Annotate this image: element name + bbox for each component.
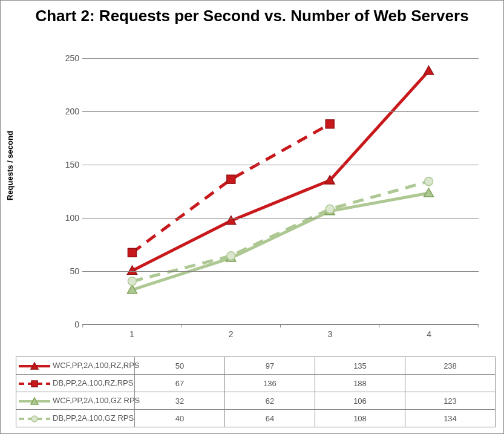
series-name: DB,PP,2A,100,GZ RPS [53, 413, 134, 422]
table-row: DB,PP,2A,100,GZ RPS4064108134 [16, 410, 496, 427]
table-cell: 106 [315, 392, 405, 410]
table-cell: 40 [135, 410, 225, 427]
svg-point-12 [31, 416, 38, 422]
y-axis-label: Requests / second [5, 131, 15, 200]
table-cell: 67 [135, 375, 225, 392]
series-marker [128, 277, 136, 286]
series-line [132, 124, 330, 252]
table-cell: 62 [225, 392, 315, 410]
data-table: WCF,PP,2A,100,RZ,RPS5097135238DB,PP,2A,1… [16, 357, 496, 427]
legend-swatch-icon [19, 415, 50, 423]
series-marker [424, 66, 434, 74]
legend-swatch-icon [19, 362, 50, 370]
y-tick-label: 250 [58, 53, 79, 63]
plot-svg [82, 58, 479, 324]
gridline [82, 111, 479, 112]
gridline [82, 271, 479, 272]
series-name: DB,PP,2A,100,RZ,RPS [53, 378, 133, 387]
series-marker [326, 120, 334, 128]
y-tick-label: 0 [58, 320, 79, 329]
plot-wrap: 0501001502002501234 [37, 58, 485, 343]
series-marker [227, 175, 235, 183]
table-cell: 134 [405, 410, 496, 427]
table-cell: 238 [405, 357, 496, 375]
table-cell: 123 [405, 392, 496, 410]
plot-area: 0501001502002501234 [82, 58, 479, 324]
y-tick-label: 50 [58, 266, 79, 276]
x-tick-label: 1 [129, 329, 134, 339]
legend-cell: WCF,PP,2A,100,RZ,RPS [16, 357, 135, 375]
svg-rect-8 [31, 381, 38, 387]
table-cell: 32 [135, 392, 225, 410]
gridline [82, 218, 479, 219]
table-cell: 50 [135, 357, 225, 375]
chart-title: Chart 2: Requests per Second vs. Number … [1, 1, 503, 28]
series-line [132, 71, 428, 271]
table-cell: 135 [315, 357, 405, 375]
legend-swatch-icon [19, 380, 50, 388]
series-line [132, 193, 428, 290]
table-cell: 97 [225, 357, 315, 375]
table-row: DB,PP,2A,100,RZ,RPS67136188 [16, 375, 496, 392]
gridline [82, 324, 479, 325]
legend-swatch-icon [19, 397, 50, 406]
series-name: WCF,PP,2A,100,RZ,RPS [53, 361, 140, 370]
x-tick-label: 2 [229, 329, 234, 339]
gridline [82, 58, 479, 59]
series-marker [326, 205, 334, 213]
legend-cell: WCF,PP,2A,100,GZ RPS [16, 392, 135, 410]
y-tick-label: 200 [58, 107, 79, 116]
table-cell [405, 375, 496, 392]
x-tick-label: 3 [327, 329, 332, 339]
table-row: WCF,PP,2A,100,RZ,RPS5097135238 [16, 357, 496, 375]
y-tick-label: 100 [58, 213, 79, 223]
legend-cell: DB,PP,2A,100,GZ RPS [16, 410, 135, 427]
table-row: WCF,PP,2A,100,GZ RPS3262106123 [16, 392, 496, 410]
series-name: WCF,PP,2A,100,GZ RPS [53, 396, 140, 405]
gridline [82, 165, 479, 165]
series-line [132, 182, 428, 281]
legend-cell: DB,PP,2A,100,RZ,RPS [16, 375, 135, 392]
series-marker [128, 248, 136, 257]
series-marker [227, 252, 235, 260]
y-tick-label: 150 [58, 160, 79, 169]
series-marker [425, 177, 433, 186]
table-cell: 136 [225, 375, 315, 392]
x-tick-label: 4 [427, 329, 431, 339]
chart-container: Chart 2: Requests per Second vs. Number … [0, 0, 504, 434]
table-cell: 108 [315, 410, 405, 427]
table-cell: 188 [315, 375, 405, 392]
table-cell: 64 [225, 410, 315, 427]
